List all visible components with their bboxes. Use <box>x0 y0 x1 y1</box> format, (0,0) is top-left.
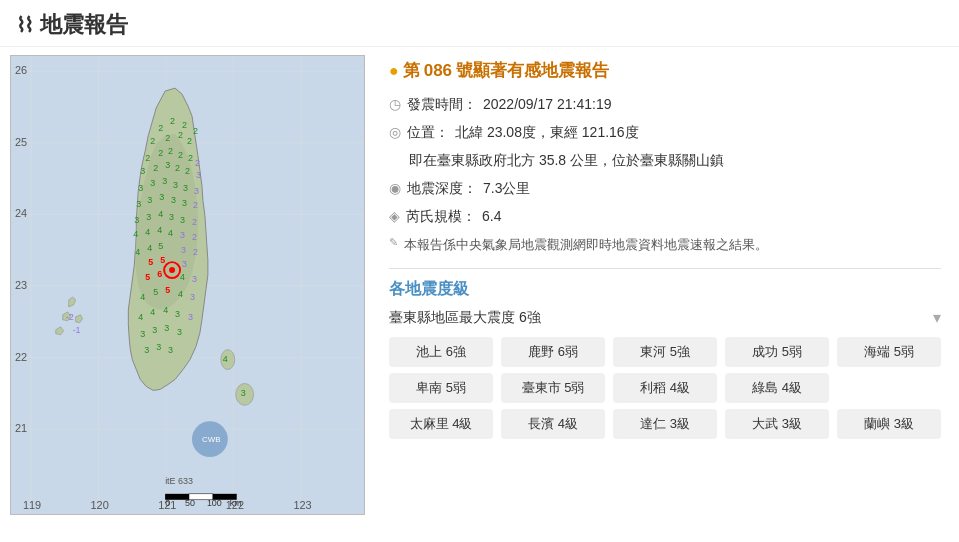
svg-text:2: 2 <box>175 163 180 173</box>
svg-text:5: 5 <box>153 287 158 297</box>
expand-icon[interactable]: ▾ <box>933 308 941 327</box>
svg-text:3: 3 <box>173 180 178 190</box>
svg-text:2: 2 <box>185 166 190 176</box>
svg-text:123: 123 <box>293 499 311 511</box>
svg-text:2: 2 <box>158 148 163 158</box>
magnitude-label: 芮氏規模： <box>406 208 476 226</box>
svg-text:5: 5 <box>158 241 163 251</box>
section-divider <box>389 268 941 269</box>
depth-label: 地震深度： <box>407 180 477 198</box>
svg-text:itE 633: itE 633 <box>165 476 193 486</box>
report-number: 086 <box>424 61 452 81</box>
svg-text:0: 0 <box>165 498 170 508</box>
svg-text:4: 4 <box>180 272 185 282</box>
title-text: 地震報告 <box>40 10 128 40</box>
note-text: 本報告係中央氣象局地震觀測網即時地震資料地震速報之結果。 <box>404 236 768 254</box>
svg-text:2: 2 <box>178 130 183 140</box>
intensity-badge-changBin: 長濱 4級 <box>501 409 605 439</box>
svg-text:5: 5 <box>160 255 165 265</box>
intensity-badge-chenGong: 成功 5弱 <box>725 337 829 367</box>
svg-text:4: 4 <box>135 247 140 257</box>
svg-text:3: 3 <box>164 323 169 333</box>
depth-icon: ◉ <box>389 180 401 196</box>
map-section: 26 25 24 23 22 21 119 120 121 122 123 <box>10 55 365 515</box>
svg-text:4: 4 <box>133 229 138 239</box>
intensity-badge-haiDuan: 海端 5弱 <box>837 337 941 367</box>
svg-text:3: 3 <box>140 166 145 176</box>
svg-text:3: 3 <box>182 198 187 208</box>
svg-text:2: 2 <box>170 116 175 126</box>
svg-text:2: 2 <box>193 247 198 257</box>
svg-text:3: 3 <box>159 192 164 202</box>
intensity-section-heading: 各地震度級 <box>389 279 941 300</box>
svg-text:km: km <box>230 498 242 508</box>
title-dot: ● <box>389 62 399 80</box>
max-intensity-text: 臺東縣地區最大震度 6強 <box>389 309 541 327</box>
time-value: 2022/09/17 21:41:19 <box>483 96 611 112</box>
svg-text:3: 3 <box>180 230 185 240</box>
intensity-badge-empty-1 <box>837 373 941 403</box>
svg-text:2: 2 <box>192 232 197 242</box>
svg-text:3: 3 <box>165 160 170 170</box>
intensity-badge-dongHe: 東河 5強 <box>613 337 717 367</box>
magnitude-icon: ◈ <box>389 208 400 224</box>
time-row: ◷ 發震時間： 2022/09/17 21:41:19 <box>389 96 941 114</box>
report-title: ● 第 086 號顯著有感地震報告 <box>389 59 941 82</box>
location-row: ◎ 位置： 北緯 23.08度，東經 121.16度 <box>389 124 941 142</box>
svg-text:26: 26 <box>15 64 27 76</box>
svg-text:3: 3 <box>182 259 187 269</box>
svg-text:4: 4 <box>178 289 183 299</box>
svg-text:21: 21 <box>15 422 27 434</box>
note-row: ✎ 本報告係中央氣象局地震觀測網即時地震資料地震速報之結果。 <box>389 236 941 254</box>
svg-text:2: 2 <box>193 126 198 136</box>
intensity-badge-beiNan: 卑南 5弱 <box>389 373 493 403</box>
svg-text:3: 3 <box>136 199 141 209</box>
svg-text:3: 3 <box>140 329 145 339</box>
svg-text:4: 4 <box>163 305 168 315</box>
svg-text:3: 3 <box>152 325 157 335</box>
svg-text:3: 3 <box>175 309 180 319</box>
svg-text:2: 2 <box>182 120 187 130</box>
svg-text:24: 24 <box>15 207 27 219</box>
svg-text:2: 2 <box>165 133 170 143</box>
taiwan-map-svg: 26 25 24 23 22 21 119 120 121 122 123 <box>11 56 364 514</box>
svg-text:50: 50 <box>185 498 195 508</box>
svg-text:5: 5 <box>165 285 170 295</box>
svg-text:25: 25 <box>15 136 27 148</box>
depth-value: 7.3公里 <box>483 180 530 198</box>
intensity-badge-greenIsland: 綠島 4級 <box>725 373 829 403</box>
report-title-suffix: 號顯著有感地震報告 <box>456 59 609 82</box>
seismic-wave-icon: ⌇⌇ <box>16 13 32 37</box>
svg-text:3: 3 <box>190 292 195 302</box>
intensity-row-1: 池上 6強 鹿野 6弱 東河 5強 成功 5弱 海端 5弱 <box>389 337 941 367</box>
intensity-badge-daWu: 大武 3級 <box>725 409 829 439</box>
svg-text:3: 3 <box>156 342 161 352</box>
intensity-row-2: 卑南 5弱 臺東市 5弱 利稻 4級 綠島 4級 <box>389 373 941 403</box>
svg-text:4: 4 <box>168 228 173 238</box>
svg-text:2: 2 <box>195 158 200 168</box>
svg-text:2: 2 <box>153 163 158 173</box>
svg-text:22: 22 <box>15 351 27 363</box>
svg-text:6: 6 <box>157 269 162 279</box>
svg-text:100: 100 <box>207 498 222 508</box>
main-content: 26 25 24 23 22 21 119 120 121 122 123 <box>0 47 959 523</box>
svg-text:4: 4 <box>150 307 155 317</box>
max-intensity-row: 臺東縣地區最大震度 6強 ▾ <box>389 308 941 327</box>
svg-text:2: 2 <box>158 123 163 133</box>
svg-point-26 <box>169 267 175 273</box>
svg-text:-2: -2 <box>66 312 74 322</box>
svg-text:2: 2 <box>145 153 150 163</box>
location-line2: 即在臺東縣政府北方 35.8 公里，位於臺東縣關山鎮 <box>389 152 941 170</box>
svg-text:3: 3 <box>196 170 201 180</box>
svg-text:3: 3 <box>169 212 174 222</box>
page-header: ⌇⌇ 地震報告 <box>0 0 959 47</box>
svg-text:3: 3 <box>241 388 246 398</box>
svg-text:2: 2 <box>178 150 183 160</box>
svg-text:4: 4 <box>157 225 162 235</box>
svg-text:3: 3 <box>144 345 149 355</box>
report-title-prefix: 第 <box>403 59 420 82</box>
svg-text:2: 2 <box>187 136 192 146</box>
intensity-row-3: 太麻里 4級 長濱 4級 達仁 3級 大武 3級 蘭嶼 3級 <box>389 409 941 439</box>
clock-icon: ◷ <box>389 96 401 112</box>
svg-text:3: 3 <box>180 215 185 225</box>
